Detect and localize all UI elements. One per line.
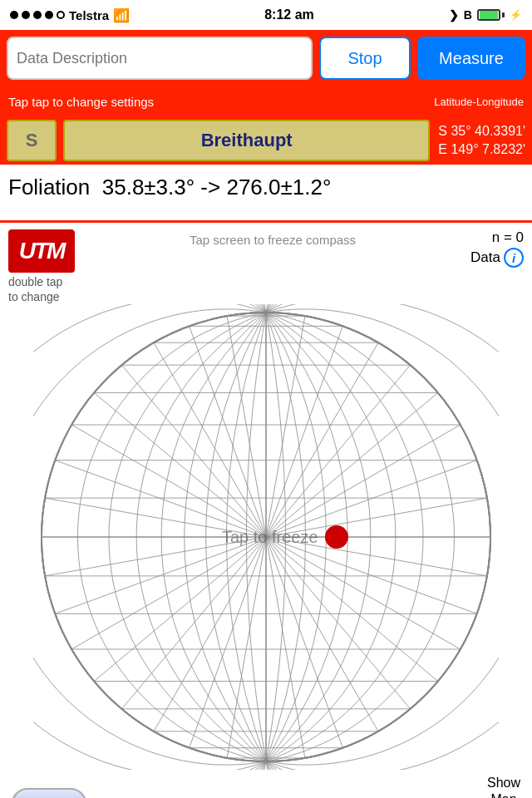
right-col: n = 0 Data i	[470, 229, 524, 268]
stop-button[interactable]: Stop	[319, 37, 411, 80]
lat-lon-values: S 35° 40.3391' E 149° 7.8232'	[430, 122, 525, 160]
bottom-row: Format Tap tap to record ShowMap i	[0, 770, 532, 798]
instrument-label: Breithaupt	[201, 130, 293, 151]
measurement-value: 35.8±3.3° -> 276.0±1.2°	[102, 175, 332, 200]
stereonet-svg[interactable]: // This will be generated via JS below	[33, 304, 499, 770]
status-left: Telstra 📶	[10, 7, 130, 23]
status-bar: Telstra 📶 8:12 am ❯ B ⚡	[0, 0, 532, 30]
carrier-label: Telstra	[69, 8, 109, 22]
latitude-value: S 35° 40.3391'	[438, 122, 525, 140]
data-info-icon[interactable]: i	[504, 248, 524, 268]
signal-dots	[10, 11, 65, 19]
battery-icon	[477, 9, 505, 21]
dot1	[10, 11, 18, 19]
battery-tip	[502, 12, 505, 17]
compass-overlay-row: UTM double tapto change Tap screen to fr…	[0, 223, 532, 304]
status-right: ❯ B ⚡	[449, 8, 522, 22]
compass-area: UTM double tapto change Tap screen to fr…	[0, 223, 532, 770]
double-tap-text: double tapto change	[8, 273, 62, 304]
dot2	[22, 11, 30, 19]
utm-logo[interactable]: UTM	[8, 229, 75, 273]
freeze-text[interactable]: Tap screen to freeze compass	[190, 229, 356, 247]
location-icon: ❯	[449, 8, 459, 22]
header-bar: Stop Measure	[0, 30, 532, 86]
battery-body	[477, 9, 500, 21]
stereonet-container[interactable]: // This will be generated via JS below T…	[33, 304, 499, 770]
data-info-row: Data i	[470, 246, 524, 268]
dot4	[45, 11, 53, 19]
hemisphere-label: S	[26, 130, 38, 151]
measurement-type: Foliation	[8, 175, 90, 200]
instrument-box[interactable]: Breithaupt	[63, 120, 430, 161]
measurement-bar: Foliation 35.8±3.3° -> 276.0±1.2°	[0, 165, 532, 223]
tap-settings-text[interactable]: Tap tap to change settings	[8, 95, 154, 109]
data-description-input[interactable]	[7, 37, 313, 80]
battery-fill	[480, 11, 498, 19]
dot3	[33, 11, 42, 19]
format-button[interactable]: Format	[12, 788, 86, 798]
charging-bolt-icon: ⚡	[510, 9, 522, 21]
left-col: UTM double tapto change	[8, 229, 75, 304]
utm-t: T	[34, 238, 47, 264]
utm-u: U	[19, 238, 34, 264]
center-col: Tap screen to freeze compass	[190, 229, 356, 247]
foliation-text: Foliation 35.8±3.3° -> 276.0±1.2°	[8, 175, 524, 200]
show-map-area[interactable]: ShowMap i	[487, 775, 520, 798]
utm-m: M	[47, 238, 64, 264]
data-label: Data	[470, 249, 500, 266]
measure-button[interactable]: Measure	[417, 37, 525, 80]
longitude-value: E 149° 7.8232'	[438, 140, 525, 159]
info-bar: Tap tap to change settings Latitude-Long…	[0, 86, 532, 116]
n-count: n = 0	[492, 229, 524, 246]
lat-lon-label: Latitude-Longitude	[434, 96, 524, 108]
wifi-icon: 📶	[113, 7, 130, 23]
bluetooth-icon: B	[464, 8, 472, 22]
compass-bar: S Breithaupt S 35° 40.3391' E 149° 7.823…	[0, 116, 532, 165]
dot5	[57, 11, 65, 19]
show-map-label: ShowMap	[487, 775, 520, 798]
hemisphere-box[interactable]: S	[7, 120, 57, 161]
time-display: 8:12 am	[264, 7, 314, 22]
